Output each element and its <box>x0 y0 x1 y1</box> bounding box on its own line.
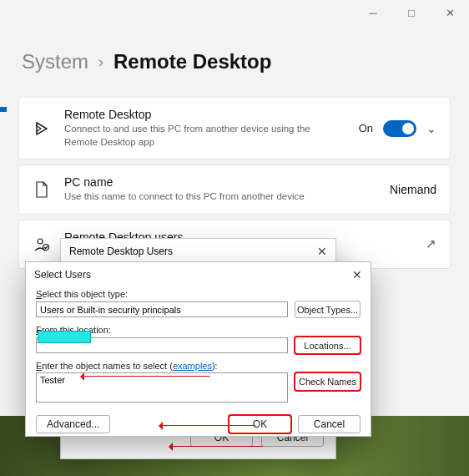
close-icon[interactable]: ✕ <box>317 245 327 258</box>
close-icon[interactable]: ✕ <box>352 268 362 281</box>
svg-point-1 <box>43 245 49 251</box>
card-title: Remote Desktop <box>64 108 345 121</box>
annotation-arrow <box>169 446 263 447</box>
ok-button[interactable]: OK <box>229 415 291 433</box>
dialog-title: Remote Desktop Users <box>69 246 173 257</box>
annotation-arrow <box>159 425 255 426</box>
remote-desktop-card[interactable]: Remote Desktop Connect to and use this P… <box>18 97 451 160</box>
close-button[interactable]: ✕ <box>431 0 469 25</box>
toggle-state-label: On <box>359 122 373 134</box>
minimize-button[interactable]: ─ <box>354 0 392 25</box>
cancel-button[interactable]: Cancel <box>298 415 361 433</box>
object-types-button[interactable]: Object Types... <box>295 301 361 318</box>
remote-desktop-toggle[interactable] <box>383 120 416 137</box>
chevron-right-icon: › <box>98 53 103 71</box>
card-title: PC name <box>64 175 376 189</box>
object-names-field[interactable] <box>36 372 288 403</box>
annotation-arrow <box>81 376 210 377</box>
svg-point-0 <box>38 239 43 244</box>
remote-desktop-icon <box>33 119 51 138</box>
maximize-button[interactable]: □ <box>392 0 431 25</box>
chevron-down-icon[interactable]: ⌄ <box>426 122 436 135</box>
locations-button[interactable]: Locations... <box>295 337 361 354</box>
annotation-highlight <box>38 331 91 343</box>
advanced-button[interactable]: Advanced... <box>36 415 110 433</box>
card-subtitle: Connect to and use this PC from another … <box>64 123 345 149</box>
pc-name-value: Niemand <box>390 183 436 196</box>
document-icon <box>33 180 51 199</box>
examples-link[interactable]: examples <box>173 361 212 371</box>
select-users-dialog: Select Users ✕ Select this object type: … <box>25 261 371 437</box>
window-titlebar: ─ □ ✕ <box>0 0 469 25</box>
pc-name-card[interactable]: PC name Use this name to connect to this… <box>18 165 451 215</box>
object-type-field[interactable] <box>36 301 288 317</box>
breadcrumb-system[interactable]: System <box>22 50 88 73</box>
object-type-label: Select this object type: <box>36 289 361 299</box>
breadcrumb: System › Remote Desktop <box>0 25 469 92</box>
users-icon <box>33 235 51 253</box>
external-link-icon[interactable]: ↗ <box>426 236 436 251</box>
check-names-button[interactable]: Check Names <box>295 372 361 391</box>
page-title: Remote Desktop <box>113 50 271 73</box>
accent-strip <box>0 107 7 112</box>
card-subtitle: Use this name to connect to this PC from… <box>64 190 376 204</box>
dialog-title: Select Users <box>34 269 91 281</box>
object-names-label: Enter the object names to select (exampl… <box>36 361 361 371</box>
